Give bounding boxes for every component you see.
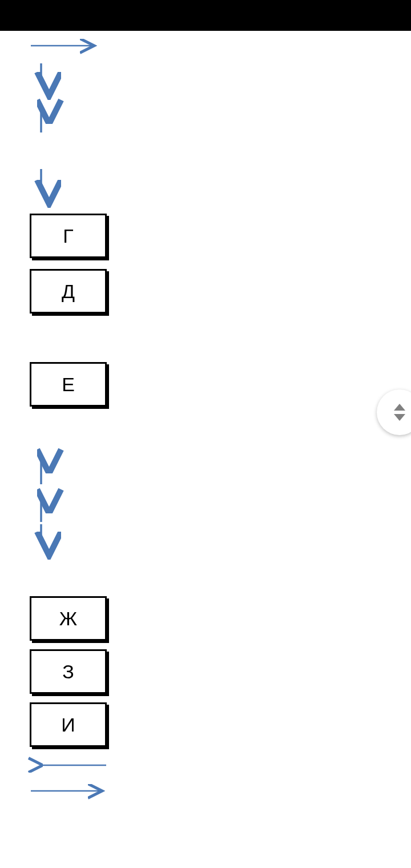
arrow-left-icon (33, 761, 107, 770)
box-zh: Ж (30, 596, 107, 641)
box-label: Е (62, 373, 75, 396)
box-g: Г (30, 214, 107, 258)
arrow-right-icon (30, 786, 107, 795)
box-z: З (30, 649, 107, 694)
box-d: Д (30, 269, 107, 314)
chevron-down-icon (394, 414, 405, 421)
arrow-down-icon (34, 168, 48, 199)
arrow-down-icon (34, 62, 48, 91)
box-i: И (30, 702, 107, 747)
box-e: Е (30, 362, 107, 407)
arrow-up-icon (34, 105, 48, 134)
arrow-up-icon (34, 495, 48, 523)
box-label: З (62, 661, 74, 683)
box-label: И (61, 714, 75, 736)
box-label: Г (63, 225, 73, 247)
diagram-canvas: Г Д Е Ж З И (0, 31, 411, 868)
chevron-up-icon (394, 404, 405, 411)
box-label: Д (62, 280, 75, 303)
arrow-down-icon (34, 523, 48, 550)
status-bar (0, 0, 411, 31)
scroll-handle-button[interactable] (377, 389, 411, 435)
arrow-right-icon (30, 41, 97, 50)
box-label: Ж (59, 608, 77, 630)
arrow-up-icon (34, 455, 48, 486)
